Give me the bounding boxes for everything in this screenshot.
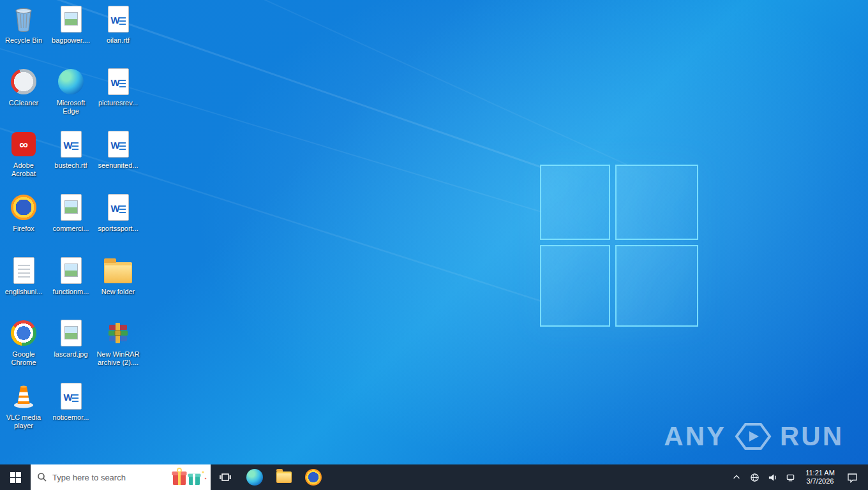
desktop-icon-firefox[interactable]: Firefox [1,192,47,233]
desktop-icon-label: lascard.jpg [54,350,87,359]
clock-time: 11:21 AM [800,469,840,477]
desktop-icon-label: commerci... [53,225,89,233]
desktop-icon-label: picturesrev... [98,99,138,107]
word-file-icon: W [108,66,129,97]
desktop-icon-ccleaner[interactable]: CCleaner [1,66,47,107]
taskbar: 11:21 AM 3/7/2026 [0,464,868,490]
word-file-icon: W [61,381,82,412]
desktop-icon-label: New folder [101,288,135,296]
search-icon [37,472,47,482]
anyrun-play-logo-icon [733,421,774,452]
desktop-icon-lascard[interactable]: lascard.jpg [48,318,94,359]
desktop-icon-bagpower[interactable]: bagpower.... [48,4,94,45]
desktop-icon-edge[interactable]: Microsoft Edge [48,66,94,115]
desktop-icon-sportssport[interactable]: W sportssport... [95,192,141,233]
desktop-icon-oilan[interactable]: W oilan.rtf [95,4,141,45]
windows-start-icon [10,472,21,483]
desktop-icon-label: CCleaner [9,99,38,107]
desktop-icon-label: noticemor... [53,413,89,422]
chrome-icon [11,318,36,348]
desktop-icon-seenunited[interactable]: W seenunited... [95,129,141,170]
windows-logo-pane [615,165,698,240]
word-file-icon: W [108,4,129,34]
desktop-icon-label: seenunited... [98,161,138,170]
network-icon[interactable] [782,464,798,490]
desktop-icon-recycle-bin[interactable]: Recycle Bin [1,4,47,45]
desktop-icon-label: Microsoft Edge [48,99,94,115]
clock-date: 3/7/2026 [800,477,840,486]
desktop-icon-new-folder[interactable]: New folder [95,255,141,296]
desktop-icon-label: New WinRAR archive (2).... [95,350,141,367]
desktop-wallpaper[interactable]: Recycle Bin bagpower.... W oilan.rtf CCl… [0,0,868,490]
anyrun-watermark: ANY RUN [664,421,844,452]
windows-logo-pane [615,245,698,327]
desktop-icon-englishuni[interactable]: englishuni... [1,255,47,296]
anyrun-watermark-left: ANY [664,421,726,452]
word-file-icon: W [61,129,82,160]
search-input[interactable] [47,473,171,482]
globe-icon[interactable] [747,464,762,490]
desktop-icon-label: oilan.rtf [107,36,130,45]
recycle-bin-icon [13,4,34,34]
desktop-icon-bustech[interactable]: W bustech.rtf [48,129,94,170]
system-tray: 11:21 AM 3/7/2026 [729,464,868,490]
desktop-icon-label: functionm... [53,288,89,296]
desktop-icon-chrome[interactable]: Google Chrome [1,318,47,367]
desktop-icon-label: Adobe Acrobat [1,161,47,178]
taskbar-clock[interactable]: 11:21 AM 3/7/2026 [800,469,840,486]
desktop-icon-label: Firefox [13,225,34,233]
desktop-icon-label: Google Chrome [1,350,47,367]
taskbar-firefox-button[interactable] [299,464,328,490]
generic-file-icon [13,255,34,286]
desktop-icon-label: bustech.rtf [54,161,87,170]
file-explorer-icon [276,471,292,483]
image-file-icon [61,192,82,223]
word-file-icon: W [108,129,129,160]
firefox-icon [11,192,36,223]
desktop-icon-commerci[interactable]: commerci... [48,192,94,233]
desktop-icon-vlc[interactable]: VLC media player [1,381,47,430]
firefox-icon [305,469,322,486]
task-view-button[interactable] [211,464,240,490]
desktop-icon-functionm[interactable]: functionm... [48,255,94,296]
acrobat-icon [11,129,36,160]
desktop-icon-noticemor[interactable]: W noticemor... [48,381,94,422]
word-file-icon: W [108,192,129,223]
desktop-icon-acrobat[interactable]: Adobe Acrobat [1,129,47,178]
desktop-icon-picturesrev[interactable]: W picturesrev... [95,66,141,107]
edge-icon [58,66,84,97]
taskbar-search[interactable] [31,464,211,490]
hidden-icons-chevron[interactable] [729,464,744,490]
windows-logo-pane [540,245,610,327]
taskbar-file-explorer-button[interactable] [269,464,299,490]
image-file-icon [61,4,82,34]
desktop-icon-label: VLC media player [1,413,47,430]
windows-logo [540,165,698,327]
desktop-icon-label: bagpower.... [52,36,90,45]
edge-icon [246,469,263,486]
vlc-icon [11,381,36,412]
winrar-icon [105,318,131,348]
anyrun-watermark-right: RUN [780,421,844,452]
desktop-icon-label: Recycle Bin [5,36,42,45]
ccleaner-icon [11,66,36,97]
volume-icon[interactable] [765,464,780,490]
start-button[interactable] [0,464,31,490]
folder-icon [104,255,132,286]
desktop-icon-label: englishuni... [5,288,43,296]
image-file-icon [61,255,82,286]
image-file-icon [61,318,82,348]
windows-logo-pane [540,165,610,240]
desktop-icon-winrar-archive[interactable]: New WinRAR archive (2).... [95,318,141,367]
action-center-icon[interactable] [842,464,862,490]
taskbar-edge-button[interactable] [240,464,269,490]
desktop-icon-label: sportssport... [98,225,138,233]
task-view-icon [219,471,232,484]
search-highlights-gifts-icon[interactable] [171,466,211,488]
